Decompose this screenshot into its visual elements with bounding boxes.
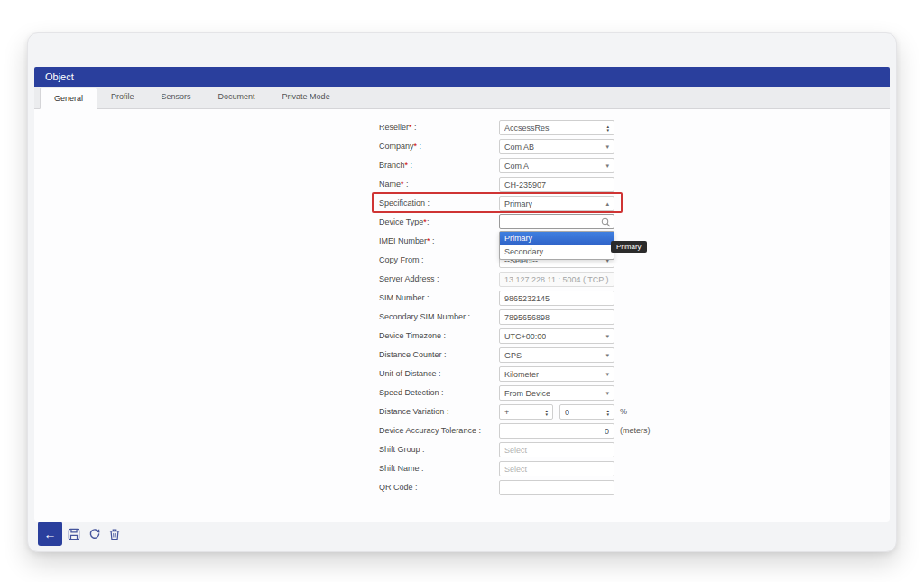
sim-number-input[interactable] [499,291,614,306]
shift-name-input[interactable] [499,461,614,476]
shift-group-input[interactable] [499,442,614,457]
reset-button[interactable] [88,528,101,540]
secondary-sim-number-label: Secondary SIM Number : [379,309,470,325]
specification-value: Primary [504,199,532,208]
company-label: Company* : [379,139,421,154]
label-colon: : [466,312,470,321]
updown-arrows-icon: ▴▾ [606,409,609,416]
specification-label-text: Specification [379,199,425,208]
tab-general[interactable]: General [40,88,97,109]
company-control: Com AB▾ [499,139,614,154]
label-colon: : [435,274,439,283]
form-row-device-timezone: Device Timezone :UTC+00:00▾ [379,328,740,344]
specification-label: Specification : [379,196,430,211]
label-colon: : [417,142,421,151]
branch-value: Com A [504,162,529,171]
dropdown-option-secondary[interactable]: Secondary [500,245,614,259]
qr-code-input[interactable] [499,480,614,495]
secondary-sim-number-input[interactable] [499,309,614,325]
dropdown-search [499,214,614,229]
desktop-background: Object GeneralProfileSensorsDocumentPriv… [0,0,924,582]
dropdown-option-list: PrimarySecondary [499,231,614,260]
branch-label-text: Branch [379,161,405,170]
device-accuracy-tolerance-suffix: (meters) [620,423,651,439]
distance-variation-suffix: % [620,404,627,420]
device-type-label: Device Type*: [379,215,429,230]
updown-arrows-icon: ▴▾ [606,125,609,132]
device-timezone-value: UTC+00:00 [504,332,546,341]
reseller-control: AccsessRes▴▾ [499,120,614,135]
label-colon: : [404,180,409,189]
label-colon: : [413,483,418,492]
tab-sensors[interactable]: Sensors [148,87,205,108]
company-label-text: Company [379,142,414,151]
name-control [499,177,614,192]
form-row-speed-detection: Speed Detection :From Device▾ [379,385,740,401]
company-value: Com AB [504,143,534,152]
chevron-down-icon: ▾ [605,333,609,339]
branch-control: Com A▾ [499,158,614,173]
specification-dropdown: PrimarySecondary [499,214,614,260]
copy-from-label: Copy From : [379,253,424,268]
chevron-down-icon: ▾ [605,371,609,377]
unit-of-distance-label-text: Unit of Distance [379,369,437,378]
server-address-label: Server Address : [379,272,439,287]
form-row-distance-variation: Distance Variation :+▴▾0▴▾% [379,404,740,420]
server-address-input [499,272,614,287]
company-select[interactable]: Com AB▾ [499,139,614,154]
form-row-name: Name* : [379,177,740,192]
dropdown-option-primary[interactable]: Primary [500,232,614,245]
device-accuracy-tolerance-input[interactable] [499,423,614,439]
tab-bar: GeneralProfileSensorsDocumentPrivate Mod… [34,87,890,109]
speed-detection-select[interactable]: From Device▾ [499,385,614,401]
device-type-label-text: Device Type [379,217,423,226]
form-row-shift-name: Shift Name : [379,461,740,476]
label-colon: : [420,255,424,264]
speed-detection-label-text: Speed Detection [379,388,439,397]
imei-number-label: IMEI Number* : [379,234,435,249]
reseller-select[interactable]: AccsessRes▴▾ [499,120,614,135]
device-accuracy-tolerance-label: Device Accuracy Tolerance : [379,423,481,439]
form-row-distance-counter: Distance Counter :GPS▾ [379,347,740,363]
qr-code-control [499,480,614,495]
distance-variation-mini2-select[interactable]: 0▴▾ [559,404,614,420]
delete-button[interactable] [108,528,121,540]
distance-counter-select[interactable]: GPS▾ [499,347,614,363]
save-button[interactable] [68,528,80,540]
search-icon [601,217,611,227]
form-row-device-accuracy-tolerance: Device Accuracy Tolerance :(meters) [379,423,740,439]
secondary-sim-number-label-text: Secondary SIM Number [379,312,466,321]
sim-number-label-text: SIM Number [379,293,425,302]
distance-variation-value: + [504,408,509,417]
name-input[interactable] [499,177,614,192]
device-timezone-label: Device Timezone : [379,328,446,344]
text-caret [504,217,504,227]
name-label-text: Name [379,180,401,189]
device-timezone-select[interactable]: UTC+00:00▾ [499,328,614,344]
form-row-shift-group: Shift Group : [379,442,740,457]
distance-counter-value: GPS [504,351,522,360]
unit-of-distance-select[interactable]: Kilometer▾ [499,366,614,382]
branch-select[interactable]: Com A▾ [499,158,614,173]
form-row-sim-number: SIM Number : [379,291,740,306]
tab-profile[interactable]: Profile [97,87,148,108]
label-colon: : [427,217,430,226]
shift-group-label-text: Shift Group [379,445,420,454]
speed-detection-control: From Device▾ [499,385,614,401]
shift-name-label: Shift Name : [379,461,424,476]
distance-counter-label: Distance Counter : [379,347,447,363]
chevron-down-icon: ▾ [605,352,609,358]
chevron-down-icon: ▾ [605,143,609,150]
server-address-control [499,272,614,287]
tab-private-mode[interactable]: Private Mode [269,87,344,108]
tab-document[interactable]: Document [205,87,269,108]
specification-select[interactable]: Primary▴ [499,196,614,211]
copy-from-label-text: Copy From [379,255,420,264]
name-label: Name* : [379,177,409,192]
form-row-qr-code: QR Code : [379,480,740,495]
distance-variation-mini1-select[interactable]: +▴▾ [499,404,553,420]
dropdown-search-input[interactable] [500,215,614,228]
back-button[interactable]: ← [38,522,62,546]
trash-icon [108,528,121,540]
reseller-label-text: Reseller [379,123,409,132]
